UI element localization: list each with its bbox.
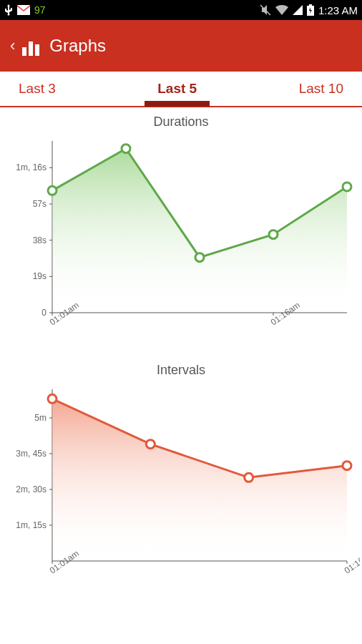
tab-last-5[interactable]: Last 5 xyxy=(152,81,202,97)
chart-title-durations: Durations xyxy=(1,114,361,130)
svg-rect-2 xyxy=(309,4,312,6)
svg-point-39 xyxy=(146,440,155,449)
tab-last-10[interactable]: Last 10 xyxy=(293,81,349,97)
signal-icon xyxy=(293,5,303,15)
svg-point-40 xyxy=(245,473,253,482)
svg-point-19 xyxy=(48,186,57,195)
svg-text:0: 0 xyxy=(41,308,47,318)
svg-text:2m, 30s: 2m, 30s xyxy=(16,484,47,494)
tab-bar: Last 3 Last 5 Last 10 xyxy=(0,72,362,107)
svg-text:19s: 19s xyxy=(33,271,47,281)
battery-charging-icon xyxy=(307,4,314,16)
charts-container: Durations 019s38s57s1m, 16s01:01am01:16a… xyxy=(0,107,362,597)
chart-durations-svg: 019s38s57s1m, 16s01:01am01:16am xyxy=(2,134,360,348)
tab-last-3[interactable]: Last 3 xyxy=(13,81,62,97)
android-status-bar: 97 1:23 AM xyxy=(0,0,362,20)
gmail-icon xyxy=(17,5,30,15)
status-time: 1:23 AM xyxy=(318,4,358,16)
chart-durations: Durations 019s38s57s1m, 16s01:01am01:16a… xyxy=(1,114,361,348)
svg-text:1m, 15s: 1m, 15s xyxy=(16,520,47,530)
svg-point-38 xyxy=(48,394,57,403)
svg-text:1m, 16s: 1m, 16s xyxy=(16,162,47,172)
svg-text:3m, 45s: 3m, 45s xyxy=(16,449,47,459)
page-title: Graphs xyxy=(49,36,106,56)
svg-point-20 xyxy=(122,145,130,153)
svg-text:5m: 5m xyxy=(34,413,47,423)
svg-text:38s: 38s xyxy=(33,235,47,245)
svg-point-23 xyxy=(343,182,351,191)
graphs-icon xyxy=(22,36,42,56)
svg-point-41 xyxy=(343,462,351,470)
battery-percent: 97 xyxy=(34,4,46,16)
chart-intervals: Intervals 1m, 15s2m, 30s3m, 45s5m01:01am… xyxy=(1,363,361,597)
mute-icon xyxy=(260,4,271,16)
svg-text:57s: 57s xyxy=(33,199,47,209)
app-bar: ‹ Graphs xyxy=(0,20,362,72)
svg-point-21 xyxy=(195,253,204,262)
svg-point-22 xyxy=(269,230,278,239)
wifi-icon xyxy=(275,5,288,15)
chart-title-intervals: Intervals xyxy=(1,363,361,378)
chart-intervals-svg: 1m, 15s2m, 30s3m, 45s5m01:01am01:16am xyxy=(2,382,360,597)
back-icon[interactable]: ‹ xyxy=(10,36,15,55)
usb-icon xyxy=(4,4,13,16)
